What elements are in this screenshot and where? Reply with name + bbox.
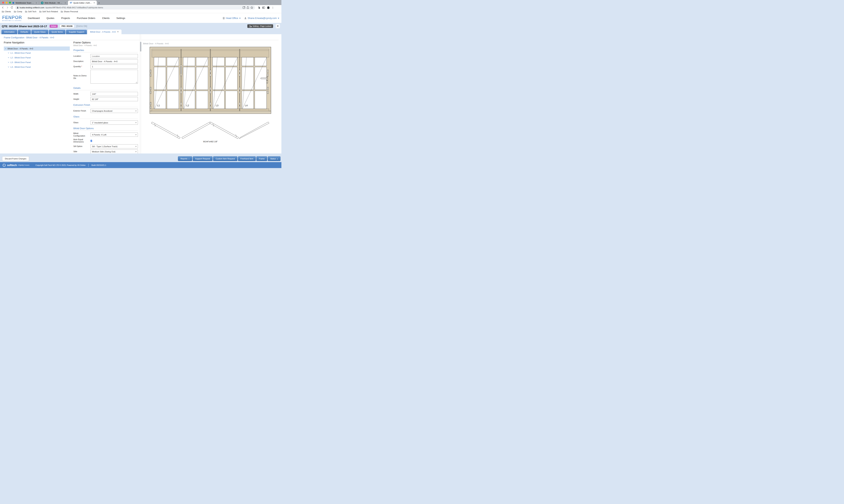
section-properties: Properties xyxy=(73,49,138,52)
user-menu[interactable]: Shane.Eriwata@cyncly.com xyxy=(244,17,279,19)
bookmark-folder-comp[interactable]: Comp xyxy=(14,11,22,13)
notes-label: Notes to Demo Db: xyxy=(73,75,90,79)
bookmark-star-icon[interactable] xyxy=(250,6,253,9)
forward-icon[interactable] xyxy=(6,6,9,9)
drawing-title: Bifold Door - 4 Panels - 4+0 xyxy=(142,41,281,45)
bookmark-label: Soft Tech xyxy=(28,11,36,13)
discard-frame-changes-button[interactable]: Discard Frame Changes xyxy=(2,156,29,161)
reload-icon[interactable] xyxy=(11,6,13,9)
stile-select[interactable]: Medium Stile (Swing Out) xyxy=(90,149,138,154)
url-bar[interactable]: kuaka-testing.softtech.com/quotes/9ff79b… xyxy=(15,5,255,10)
nav-clients[interactable]: Clients xyxy=(102,17,109,19)
back-icon[interactable] xyxy=(1,6,4,9)
sidebar-icon[interactable] xyxy=(262,6,265,9)
browser-tab-quote-editor-active[interactable]: ST Quote Editor | SoftTech Dealer ✕ xyxy=(68,1,97,5)
reports-button[interactable]: Reports▲ xyxy=(178,156,192,161)
frame-options-heading: Frame Options xyxy=(73,41,138,44)
bookmark-folder-soft-tech-related[interactable]: Soft Tech Related xyxy=(39,11,58,13)
tab-supplier-support[interactable]: Supplier Support xyxy=(66,30,87,34)
support-request-button[interactable]: Support Request xyxy=(193,156,213,161)
action-buttons: Reports▲ Support Request Custom Item Req… xyxy=(178,156,281,161)
chevron-down-icon xyxy=(135,134,137,135)
extensions-puzzle-icon[interactable] xyxy=(258,6,261,9)
tab-bifold-door-active[interactable]: Bifold Door - 4 Panels - 4+0 ✕ xyxy=(87,30,122,34)
nav-settings[interactable]: Settings xyxy=(117,17,125,19)
sill-option-select[interactable]: Sill - Type 1 (Surface Track) xyxy=(90,144,138,148)
form-scrollbar-thumb[interactable] xyxy=(140,42,141,52)
fenport-logo[interactable]: FENPORT WINDOWS & DOORS xyxy=(2,15,22,21)
tree-item-l4[interactable]: L4 - Bifold Door Panel xyxy=(4,65,70,69)
bifold-configuration-select[interactable]: 4 Panels: 4 Left xyxy=(90,132,138,137)
browser-profile-avatar[interactable] xyxy=(267,6,270,9)
tab-defaults[interactable]: Defaults xyxy=(18,30,31,34)
nav-purchase-orders[interactable]: Purchase Orders xyxy=(77,17,95,19)
panel-label: L4 xyxy=(245,104,247,107)
browser-menu-kebab-icon[interactable]: ⋮ xyxy=(272,6,274,9)
bookmark-folder-shane-personal[interactable]: Shane Personal xyxy=(61,11,78,13)
nav-dashboard[interactable]: Dashboard xyxy=(28,17,40,19)
tab-close-icon[interactable]: ✕ xyxy=(93,2,95,4)
window-zoom-button[interactable] xyxy=(9,2,11,4)
tab-quote-glass[interactable]: Quote Glass xyxy=(31,30,48,34)
freehand-item-button[interactable]: Freehand Item xyxy=(238,156,256,161)
chevron-down-icon xyxy=(8,61,9,63)
tree-item-l3[interactable]: L3 - Bifold Door Panel xyxy=(4,60,70,65)
exterior-finish-label: Exterior Finish xyxy=(73,110,90,112)
quantity-input[interactable] xyxy=(90,65,138,69)
browser-tab-webmodule-sprint[interactable]: WebModule Team Sprint 22 - 2 ✕ xyxy=(10,1,39,5)
tree-item-label: L4 - Bifold Door Panel xyxy=(11,66,31,68)
tab-information[interactable]: Information xyxy=(1,30,17,34)
caret-up-icon: ▲ xyxy=(277,158,278,159)
status-button[interactable]: Status▲ xyxy=(268,156,281,161)
bookmark-folder-soft-tech[interactable]: Soft Tech xyxy=(25,11,36,13)
quote-title: QTE: 001054 Shane test 2023-10-17 xyxy=(2,25,47,28)
close-quote-button[interactable]: ✕ xyxy=(276,24,280,28)
height-input[interactable] xyxy=(90,97,138,101)
section-extrusion-finish: Extrusion Finish xyxy=(73,104,138,106)
project-badge[interactable]: PRO: 001036 xyxy=(60,25,74,28)
window-minimize-button[interactable] xyxy=(5,2,7,4)
tab-close-icon[interactable]: ✕ xyxy=(117,31,119,33)
tab-quote-items[interactable]: Quote Items xyxy=(49,30,66,34)
bookmark-label: Comp xyxy=(17,11,22,13)
frame-tree: Bifold Door - 4 Panels - 4+0 L1 - Bifold… xyxy=(4,47,70,69)
tree-item-root-selected[interactable]: Bifold Door - 4 Panels - 4+0 xyxy=(4,47,70,51)
width-input[interactable] xyxy=(90,92,138,96)
custom-item-request-button[interactable]: Custom Item Request xyxy=(213,156,237,161)
frame-button[interactable]: Frame xyxy=(256,156,267,161)
folder-icon xyxy=(2,11,4,13)
glass-select[interactable]: 1" insulated glass xyxy=(90,121,138,125)
auto-equal-dimensions-checkbox[interactable]: ✓ xyxy=(90,140,92,142)
chevron-down-icon xyxy=(239,18,241,19)
share-icon[interactable] xyxy=(246,6,249,9)
quote-tabs: Information Defaults Quote Glass Quote I… xyxy=(0,29,281,34)
window-close-button[interactable] xyxy=(2,2,4,4)
form-scrollbar-track[interactable] xyxy=(140,34,141,154)
caret-up-icon: ▲ xyxy=(188,158,190,159)
location-label: Location: xyxy=(73,55,90,57)
nav-projects[interactable]: Projects xyxy=(61,17,70,19)
required-asterisk: * xyxy=(81,66,82,68)
section-details: Details xyxy=(73,87,138,89)
drawing-panel: Bifold Door - 4 Panels - 4+0 xyxy=(142,41,281,154)
tab-close-icon[interactable]: ✕ xyxy=(65,2,66,4)
database-label: [Demo Db] xyxy=(76,25,87,28)
bookmark-folder-clients[interactable]: Clients xyxy=(2,11,11,13)
notes-textarea[interactable] xyxy=(90,70,138,84)
toolbar-right-icons: ⋮ xyxy=(258,6,274,9)
browser-tab-web-module[interactable]: S Web Module - V6 Web Module ✕ xyxy=(39,1,68,5)
tree-item-l2[interactable]: L2 - Bifold Door Panel xyxy=(4,55,70,60)
office-selector[interactable]: Head Office xyxy=(223,17,241,19)
tree-item-l1[interactable]: L1 - Bifold Door Panel xyxy=(4,51,70,55)
nav-quotes[interactable]: Quotes xyxy=(47,17,54,19)
editing-page-locked-button[interactable]: Editing - Page Locked xyxy=(247,24,273,28)
new-tab-button[interactable]: + xyxy=(98,1,100,4)
section-glass: Glass xyxy=(73,115,138,118)
exterior-finish-select[interactable]: Champagne Anodized xyxy=(90,109,138,113)
tab-close-icon[interactable]: ✕ xyxy=(36,2,37,4)
width-label: Width xyxy=(73,93,90,95)
description-input[interactable] xyxy=(90,59,138,64)
location-input[interactable] xyxy=(90,54,138,58)
chevron-down-icon xyxy=(8,57,9,58)
open-in-new-icon[interactable] xyxy=(243,6,245,9)
